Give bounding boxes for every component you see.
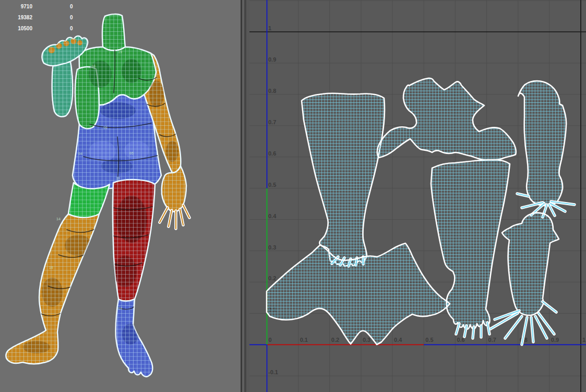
body-id-label: 04 bbox=[118, 306, 122, 310]
body-id-label: 06 bbox=[103, 126, 107, 129]
stats-row: 105000 bbox=[5, 24, 89, 35]
model-mesh[interactable]: 190406040518141604 bbox=[0, 0, 241, 392]
stat-value: 19382 bbox=[5, 13, 32, 22]
body-id-label: 04 bbox=[78, 152, 82, 156]
uv-islands bbox=[267, 78, 575, 345]
u-axis-label: 0.4 bbox=[394, 337, 402, 343]
body-id-label: 19 bbox=[118, 50, 122, 54]
stat-value: 9710 bbox=[5, 2, 32, 11]
body-id-label: 14 bbox=[56, 217, 61, 221]
v-axis-label: 0.5 bbox=[268, 182, 276, 188]
uv-island-torso[interactable] bbox=[377, 78, 516, 160]
uv-island-arm-2[interactable] bbox=[491, 212, 559, 345]
body-id-label: 04 bbox=[91, 64, 95, 68]
u-axis-label: 0.3 bbox=[363, 337, 370, 343]
model-wireframe-overlay bbox=[0, 0, 241, 392]
v-axis-label: 0.7 bbox=[268, 119, 276, 125]
u-axis-label: 0.5 bbox=[425, 337, 433, 343]
v-axis-label: 1 bbox=[268, 25, 271, 31]
uv-island-arm-1[interactable] bbox=[517, 81, 575, 217]
body-id-label: 18 bbox=[116, 176, 120, 180]
uv-editor-panel[interactable]: 00.10.20.30.40.50.60.70.80.910.10.20.30.… bbox=[249, 0, 586, 392]
stats-row: 97100 bbox=[5, 2, 89, 13]
body-id-label: 05 bbox=[129, 151, 134, 155]
v-axis-negative-label: -0.1 bbox=[268, 369, 278, 375]
u-axis-label: 0.1 bbox=[300, 337, 308, 343]
body-id-label: 16 bbox=[49, 266, 53, 269]
v-axis-label: 0.9 bbox=[268, 56, 276, 63]
uv-island-leg-1[interactable] bbox=[302, 93, 385, 266]
stat-count: 0 bbox=[70, 13, 73, 22]
panel-splitter[interactable] bbox=[241, 0, 249, 392]
stat-count: 0 bbox=[70, 2, 73, 11]
stat-value: 10500 bbox=[5, 24, 32, 33]
u-axis-label: 0.2 bbox=[331, 337, 339, 343]
stats-row: 193820 bbox=[5, 13, 89, 24]
uv-island-leg-2[interactable] bbox=[431, 160, 510, 338]
v-axis-label: 0.3 bbox=[268, 244, 276, 251]
application-window: 97100193820105000 bbox=[0, 0, 586, 392]
model-viewport[interactable]: 97100193820105000 bbox=[0, 0, 241, 392]
v-axis-label: 0.8 bbox=[268, 88, 276, 94]
v-axis-label: 0.6 bbox=[268, 150, 276, 157]
v-axis-label: 0.2 bbox=[268, 275, 276, 281]
u-axis-label: 1 bbox=[582, 337, 585, 343]
uv-canvas[interactable]: 00.10.20.30.40.50.60.70.80.910.10.20.30.… bbox=[249, 0, 586, 392]
uv-island-pelvis[interactable] bbox=[267, 243, 450, 345]
stat-count: 0 bbox=[70, 24, 73, 33]
u-axis-label: 0.7 bbox=[488, 337, 496, 343]
u-axis-label: 0 bbox=[269, 337, 272, 343]
stats-block: 97100193820105000 bbox=[5, 2, 89, 35]
v-axis-label: 0.4 bbox=[268, 213, 277, 219]
u-axis-label: 0.9 bbox=[551, 337, 559, 343]
